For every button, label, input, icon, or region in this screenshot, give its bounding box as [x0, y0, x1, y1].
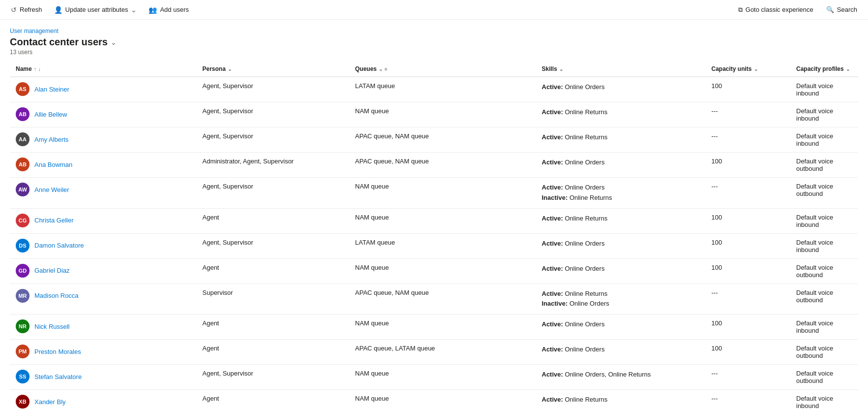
skills-cell: Active: Online OrdersInactive: Online Re… [536, 178, 706, 209]
capacity-units-cell: 100 [706, 153, 791, 178]
skill-line: Active: Online Returns [542, 132, 700, 143]
skill-name: Online Orders [565, 346, 604, 353]
skill-line: Active: Online Returns [542, 289, 700, 299]
capacity-units-cell: 100 [706, 77, 791, 102]
breadcrumb[interactable]: User management [10, 28, 858, 34]
capacity-profiles-cell: Default voice outbound [790, 258, 858, 284]
user-cell: SS Stefan Salvatore [16, 370, 191, 383]
queues-cell: NAM queue [349, 102, 536, 127]
skill-status: Active: [542, 240, 563, 247]
skills-cell: Active: Online Returns [536, 127, 706, 153]
user-count: 13 users [10, 49, 858, 56]
skill-line: Active: Online Orders [542, 158, 700, 168]
user-cell: NR Nick Russell [16, 319, 191, 333]
skills-cell: Active: Online Orders [536, 233, 706, 258]
add-users-button[interactable]: 👥 Add users [144, 4, 194, 16]
table-row: CG Christa Geller AgentNAM queueActive: … [10, 208, 858, 233]
refresh-button[interactable]: ↺ Refresh [6, 4, 47, 16]
persona-sort-icon[interactable]: ⌄ [228, 66, 232, 72]
persona-cell: Agent [197, 340, 350, 365]
user-cell: AA Amy Alberts [16, 132, 191, 146]
skill-name: Online Orders [565, 83, 604, 91]
skills-cell: Active: Online Orders [536, 153, 706, 178]
user-name-link[interactable]: Madison Rocca [34, 292, 79, 299]
add-user-icon: 👥 [149, 6, 157, 14]
capacity-profiles-sort-icon[interactable]: ⌄ [846, 66, 850, 72]
persona-cell: Agent, Supervisor [197, 233, 350, 258]
skill-name: Online Orders, Online Returns [565, 371, 651, 378]
user-name-link[interactable]: Amy Alberts [34, 136, 68, 143]
skill-line: Inactive: Online Returns [542, 193, 700, 203]
user-name-link[interactable]: Anne Weiler [34, 186, 69, 193]
avatar: MR [16, 289, 30, 303]
queues-sort-icon[interactable]: ⌄ [379, 66, 383, 72]
capacity-profiles-cell: Default voice inbound [790, 233, 858, 258]
update-label: Update user attributes [65, 6, 128, 13]
skill-line: Active: Online Orders [542, 345, 700, 355]
skill-line: Active: Online Orders [542, 82, 700, 93]
skill-status: Active: [542, 290, 563, 297]
queues-cell: LATAM queue [349, 77, 536, 102]
user-name-link[interactable]: Damon Salvatore [34, 242, 84, 249]
page-title-chevron-icon[interactable]: ⌄ [111, 38, 117, 46]
avatar: AA [16, 132, 30, 146]
user-name-link[interactable]: Stefan Salvatore [34, 373, 82, 380]
skills-cell: Active: Online Orders [536, 77, 706, 102]
user-name-link[interactable]: Alan Steiner [34, 86, 69, 93]
capacity-units-cell: 100 [706, 315, 791, 340]
avatar: AB [16, 158, 30, 171]
table-row: AS Alan Steiner Agent, SupervisorLATAM q… [10, 77, 858, 102]
refresh-icon: ↺ [11, 6, 17, 14]
queues-cell: APAC queue, LATAM queue [349, 340, 536, 365]
user-cell: AS Alan Steiner [16, 82, 191, 96]
user-name-link[interactable]: Preston Morales [34, 348, 81, 355]
user-name-link[interactable]: Christa Geller [34, 217, 73, 224]
skills-cell: Active: Online Orders [536, 258, 706, 284]
user-cell: AB Allie Bellew [16, 107, 191, 121]
user-name-link[interactable]: Gabriel Diaz [34, 267, 70, 274]
table-row: AB Allie Bellew Agent, SupervisorNAM que… [10, 102, 858, 127]
persona-cell: Agent, Supervisor [197, 102, 350, 127]
skills-col-label: Skills [542, 65, 557, 72]
queues-filter-icon[interactable]: ≡ [385, 66, 388, 72]
avatar: NR [16, 319, 30, 333]
user-cell: MR Madison Rocca [16, 289, 191, 303]
users-table: Name ↑ ↓ Persona ⌄ Queues ⌄ ≡ [10, 62, 858, 411]
user-name-link[interactable]: Nick Russell [34, 323, 70, 330]
table-row: MR Madison Rocca SupervisorAPAC queue, N… [10, 284, 858, 315]
table-row: SS Stefan Salvatore Agent, SupervisorNAM… [10, 365, 858, 390]
capacity-profiles-col-label: Capacity profiles [796, 65, 844, 72]
goto-classic-button[interactable]: ⧉ Goto classic experience [734, 4, 817, 16]
search-button[interactable]: 🔍 Search [821, 4, 862, 15]
capacity-units-sort-icon[interactable]: ⌄ [754, 66, 758, 72]
skill-status: Active: [542, 265, 563, 272]
name-sort-desc-icon[interactable]: ↓ [38, 66, 41, 72]
capacity-profiles-cell: Default voice inbound [790, 77, 858, 102]
queues-cell: NAM queue [349, 390, 536, 411]
avatar: PM [16, 345, 30, 358]
capacity-units-cell: 100 [706, 233, 791, 258]
user-name-link[interactable]: Xander Bly [34, 398, 66, 406]
capacity-profiles-cell: Default voice inbound [790, 208, 858, 233]
skill-line: Active: Online Orders [542, 264, 700, 274]
toolbar-right: ⧉ Goto classic experience 🔍 Search [734, 4, 862, 16]
skills-sort-icon[interactable]: ⌄ [559, 66, 563, 72]
avatar: DS [16, 239, 30, 253]
capacity-profiles-cell: Default voice inbound [790, 315, 858, 340]
table-row: AW Anne Weiler Agent, SupervisorNAM queu… [10, 178, 858, 209]
update-user-attributes-button[interactable]: 👤 Update user attributes ⌄ [49, 4, 142, 16]
refresh-label: Refresh [20, 6, 42, 13]
table-row: NR Nick Russell AgentNAM queueActive: On… [10, 315, 858, 340]
capacity-profiles-cell: Default voice inbound [790, 390, 858, 411]
skills-cell: Active: Online Returns [536, 102, 706, 127]
name-sort-asc-icon[interactable]: ↑ [34, 66, 36, 72]
persona-cell: Administrator, Agent, Supervisor [197, 153, 350, 178]
user-name-link[interactable]: Allie Bellew [34, 111, 67, 118]
capacity-units-col-label: Capacity units [712, 65, 752, 72]
skill-status: Active: [542, 396, 563, 403]
persona-cell: Agent [197, 258, 350, 284]
capacity-units-cell: --- [706, 178, 791, 209]
col-header-skills: Skills ⌄ [536, 62, 706, 77]
skills-cell: Active: Online Returns [536, 390, 706, 411]
user-name-link[interactable]: Ana Bowman [34, 161, 72, 168]
